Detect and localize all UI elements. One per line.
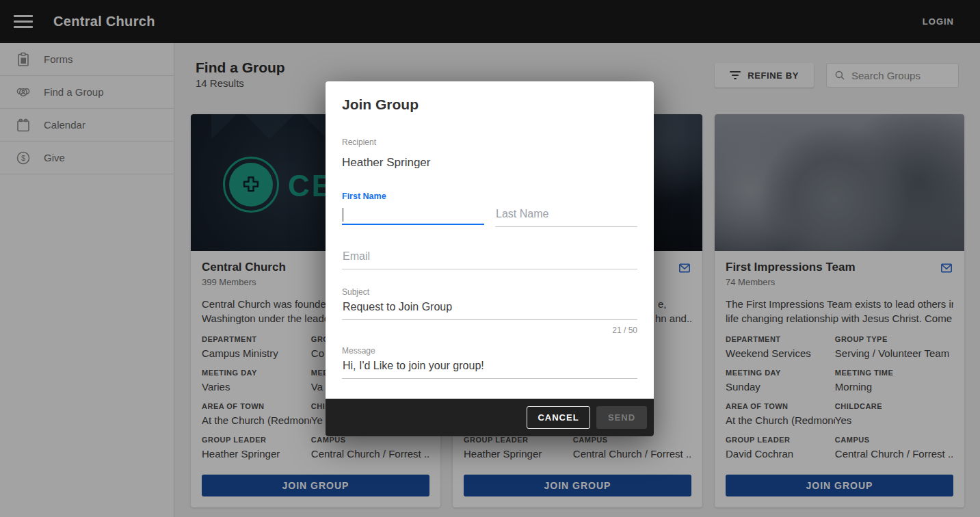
dialog-body: Join Group Recipient Heather Springer Fi… bbox=[326, 81, 654, 399]
subject-field: Subject 21 / 50 bbox=[342, 287, 637, 335]
cancel-button[interactable]: CANCEL bbox=[527, 406, 590, 429]
first-name-input[interactable] bbox=[342, 201, 484, 225]
first-name-label: First Name bbox=[342, 191, 484, 201]
join-group-dialog: Join Group Recipient Heather Springer Fi… bbox=[326, 81, 654, 436]
character-counter: 21 / 50 bbox=[342, 326, 637, 335]
dialog-title: Join Group bbox=[342, 96, 637, 113]
message-label: Message bbox=[342, 346, 637, 356]
message-field: Message bbox=[342, 346, 637, 379]
email-field bbox=[342, 246, 637, 269]
email-input[interactable] bbox=[342, 246, 637, 269]
subject-input[interactable] bbox=[342, 297, 637, 320]
send-button[interactable]: SEND bbox=[596, 406, 647, 429]
app-screen: Central Church LOGIN Forms Find a Group bbox=[0, 0, 980, 517]
text-caret bbox=[343, 208, 343, 222]
subject-label: Subject bbox=[342, 287, 637, 297]
first-name-field: First Name bbox=[342, 191, 484, 227]
message-input[interactable] bbox=[342, 356, 637, 379]
recipient-value: Heather Springer bbox=[342, 156, 637, 170]
last-name-field bbox=[495, 191, 637, 227]
last-name-input[interactable] bbox=[495, 204, 637, 227]
recipient-label: Recipient bbox=[342, 137, 637, 147]
dialog-footer: CANCEL SEND bbox=[326, 399, 654, 436]
